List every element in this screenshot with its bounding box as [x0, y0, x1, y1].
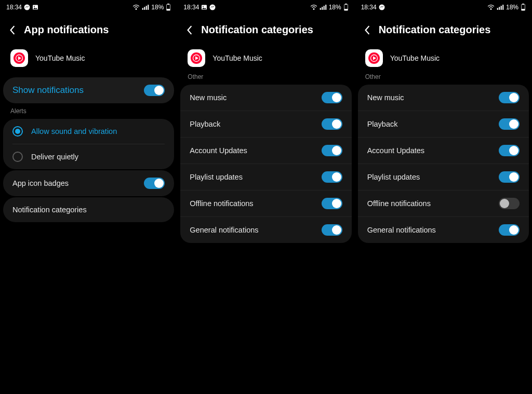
category-playlist-updates[interactable]: Playlist updates: [180, 164, 351, 191]
category-switch[interactable]: [322, 198, 342, 209]
status-time: 18:34: [6, 4, 22, 11]
category-account-updates[interactable]: Account Updates: [180, 138, 351, 164]
category-general-notifications[interactable]: General notifications: [180, 217, 351, 243]
messenger-icon: [209, 4, 216, 10]
status-bar: 18:34 18%: [355, 0, 532, 15]
svg-point-2: [34, 6, 35, 7]
status-time: 18:34: [361, 4, 377, 11]
svg-rect-18: [322, 7, 323, 10]
battery-text: 18%: [329, 4, 341, 11]
categories-list: New music Playback Account Updates Playl…: [180, 85, 351, 243]
category-label: Playback: [190, 120, 220, 128]
app-name: YouTube Music: [390, 54, 440, 62]
svg-point-16: [313, 9, 314, 10]
app-icon-badges-row[interactable]: App icon badges: [3, 170, 174, 196]
svg-point-3: [136, 9, 137, 10]
svg-rect-4: [142, 8, 143, 10]
page-title: Notification categories: [379, 24, 491, 36]
category-label: New music: [367, 93, 404, 102]
screen-categories-2: 18:34 18% Notification categories: [355, 0, 532, 394]
category-offline-notifications[interactable]: Offline notifications: [358, 191, 529, 217]
category-switch[interactable]: [499, 198, 520, 209]
app-icon-badges-switch[interactable]: [144, 178, 165, 189]
category-switch[interactable]: [322, 171, 342, 183]
radio-label: Allow sound and vibration: [31, 127, 117, 135]
category-new-music[interactable]: New music: [180, 85, 351, 111]
category-offline-notifications[interactable]: Offline notifications: [180, 191, 351, 217]
category-playlist-updates[interactable]: Playlist updates: [358, 164, 529, 191]
back-button[interactable]: [363, 26, 371, 34]
app-row: YouTube Music: [0, 43, 177, 75]
category-switch[interactable]: [322, 118, 342, 130]
svg-point-14: [203, 6, 204, 7]
radio-allow-sound[interactable]: Allow sound and vibration: [3, 119, 174, 144]
category-label: Playback: [367, 120, 398, 128]
svg-rect-23: [344, 9, 348, 10]
page-title: Notification categories: [201, 24, 313, 36]
category-account-updates[interactable]: Account Updates: [358, 138, 529, 164]
category-label: New music: [190, 93, 227, 102]
category-switch[interactable]: [499, 171, 520, 183]
category-switch[interactable]: [322, 92, 342, 103]
radio-icon: [12, 126, 23, 137]
wifi-icon: [487, 4, 495, 10]
category-playback[interactable]: Playback: [180, 111, 351, 138]
category-playback[interactable]: Playback: [358, 111, 529, 138]
svg-rect-34: [522, 9, 525, 10]
status-time: 18:34: [183, 4, 199, 11]
battery-icon: [166, 4, 171, 11]
category-switch[interactable]: [499, 118, 520, 130]
svg-rect-28: [497, 8, 498, 10]
notification-categories-card: Notification categories: [3, 197, 174, 222]
svg-rect-6: [146, 6, 147, 10]
signal-icon: [497, 4, 504, 10]
category-label: Offline notifications: [190, 199, 253, 208]
category-label: Account Updates: [190, 146, 247, 155]
category-switch[interactable]: [499, 92, 520, 103]
other-header: Other: [355, 71, 532, 84]
notification-categories-label: Notification categories: [12, 206, 87, 214]
signal-icon: [320, 4, 327, 10]
category-switch[interactable]: [322, 224, 342, 236]
app-name: YouTube Music: [35, 54, 85, 62]
youtube-music-icon: [10, 49, 28, 67]
svg-rect-9: [168, 4, 169, 4]
category-switch[interactable]: [499, 224, 520, 236]
category-new-music[interactable]: New music: [358, 85, 529, 111]
category-general-notifications[interactable]: General notifications: [358, 217, 529, 243]
back-button[interactable]: [8, 26, 17, 34]
svg-rect-5: [144, 7, 145, 10]
alerts-header: Alerts: [0, 105, 177, 118]
youtube-music-icon: [188, 49, 205, 67]
show-notifications-card: Show notifications: [3, 77, 174, 103]
category-label: Playlist updates: [367, 173, 420, 181]
battery-icon: [521, 4, 526, 11]
svg-rect-20: [325, 5, 326, 10]
svg-rect-33: [523, 4, 524, 4]
category-label: General notifications: [190, 226, 258, 234]
battery-text: 18%: [151, 4, 164, 11]
status-bar: 18:34 18%: [0, 0, 177, 15]
show-notifications-switch[interactable]: [144, 85, 165, 96]
back-button[interactable]: [185, 26, 194, 34]
app-name: YouTube Music: [212, 54, 262, 62]
battery-icon: [343, 4, 349, 11]
svg-rect-31: [502, 5, 503, 10]
radio-icon: [12, 152, 23, 162]
radio-deliver-quietly[interactable]: Deliver quietly: [3, 144, 174, 169]
svg-rect-17: [320, 8, 321, 10]
app-row: YouTube Music: [355, 43, 532, 71]
youtube-music-icon: [365, 49, 383, 67]
radio-label: Deliver quietly: [31, 153, 78, 161]
categories-list: New music Playback Account Updates Playl…: [358, 85, 529, 243]
svg-rect-22: [345, 4, 347, 4]
svg-rect-30: [501, 6, 502, 10]
category-switch[interactable]: [499, 145, 520, 156]
notification-categories-row[interactable]: Notification categories: [3, 197, 174, 222]
svg-rect-19: [323, 6, 324, 10]
image-icon: [201, 4, 207, 10]
app-row: YouTube Music: [177, 43, 354, 71]
category-label: General notifications: [367, 226, 436, 234]
category-switch[interactable]: [322, 145, 342, 156]
wifi-icon: [310, 4, 317, 10]
